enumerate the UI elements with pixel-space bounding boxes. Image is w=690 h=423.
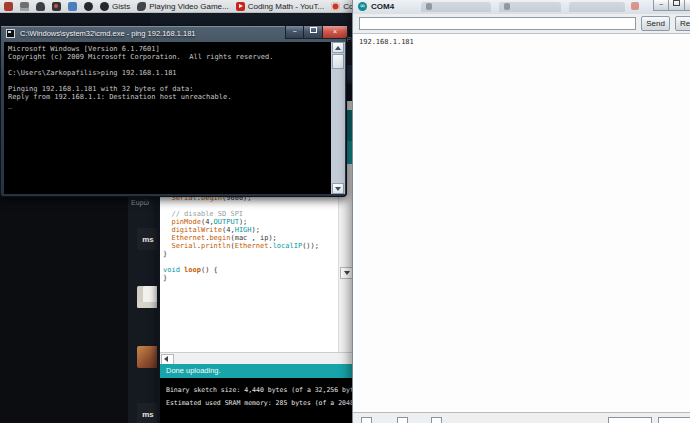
cmd-window: C:\Windows\system32\cmd.exe - ping 192.1… xyxy=(0,25,347,197)
ghost-favicon xyxy=(631,2,639,10)
baud-rate-select[interactable] xyxy=(658,417,690,423)
maximize-icon xyxy=(310,27,317,33)
code-line: } xyxy=(163,274,319,282)
terminal-line xyxy=(8,77,274,85)
code-line xyxy=(163,258,319,266)
printer-icon xyxy=(20,2,29,11)
bookmark-item[interactable] xyxy=(84,2,93,11)
rocket-icon xyxy=(137,2,146,11)
console-line: Estimated used SRAM memory: 285 bytes (o… xyxy=(166,397,357,410)
serial-output-text: 192.168.1.181 xyxy=(359,38,414,46)
photo-thumbnail[interactable] xyxy=(137,346,159,368)
code-line: Ethernet.begin(mac , ip); xyxy=(163,234,319,242)
bookmark-item[interactable] xyxy=(4,2,13,11)
scrollbar-thumb[interactable] xyxy=(332,54,344,69)
console-line: Binary sketch size: 4,440 bytes (of a 32… xyxy=(166,384,357,397)
terminal-line: Copyright (c) 2009 Microsoft Corporation… xyxy=(8,53,274,61)
scroll-down-arrow-icon[interactable] xyxy=(332,183,344,194)
bookmark-item[interactable]: Playing Video Game... xyxy=(137,2,228,11)
bookmark-item[interactable] xyxy=(20,2,29,11)
bookmark-label: Playing Video Game... xyxy=(149,2,228,11)
code-line: pinMode(4,OUTPUT); xyxy=(163,218,319,226)
github-icon xyxy=(100,2,109,11)
autoscroll-checkbox[interactable] xyxy=(361,417,372,423)
send-button[interactable]: Send xyxy=(641,16,670,31)
maximize-icon xyxy=(673,0,680,6)
serial-monitor-titlebar[interactable]: ∞ COM4 − xyxy=(353,0,690,15)
serial-monitor-bottombar xyxy=(353,412,690,423)
close-button[interactable]: × xyxy=(323,26,348,39)
terminal-line: C:\Users\Zarkopafilis>ping 192.168.1.181 xyxy=(8,69,274,77)
app-icon xyxy=(4,2,13,11)
maximize-button[interactable] xyxy=(304,26,323,39)
serial-output-area[interactable]: 192.168.1.181 xyxy=(353,33,690,413)
ghost-padlock-icon xyxy=(426,3,432,10)
badge-icon xyxy=(331,2,340,11)
code-line: void loop() { xyxy=(163,266,319,274)
cmd-titlebar[interactable]: C:\Windows\system32\cmd.exe - ping 192.1… xyxy=(1,26,346,42)
reset-button[interactable]: Reset xyxy=(675,16,690,31)
code-line: digitalWrite(4,HIGH); xyxy=(163,226,319,234)
arduino-icon: ∞ xyxy=(358,2,367,11)
desktop: GistsPlaying Video Game...Coding Math - … xyxy=(0,0,690,423)
timestamp-checkbox[interactable] xyxy=(397,417,408,423)
msn-logo: ms xyxy=(142,235,154,244)
line-ending-select[interactable] xyxy=(608,417,652,423)
minimize-button[interactable]: − xyxy=(653,0,669,11)
code-line: // disable SD SPI xyxy=(163,210,319,218)
code-line xyxy=(163,202,319,210)
code-line: Serial.println(Ethernet.localIP()); xyxy=(163,242,319,250)
serial-monitor-title: COM4 xyxy=(371,2,394,11)
bookmark-item[interactable]: Coding Math - YouT... xyxy=(236,2,325,11)
upload-status-bar: Done uploading. xyxy=(160,364,357,378)
ghost-tab xyxy=(569,2,625,12)
minimize-button[interactable]: − xyxy=(285,26,304,39)
serial-monitor-window: ∞ COM4 − Send Reset 192.168.1.181 xyxy=(352,0,690,423)
bookmark-item[interactable]: Gists xyxy=(100,2,130,11)
serial-input[interactable] xyxy=(359,17,636,30)
bookmark-item[interactable] xyxy=(52,2,61,11)
msn-logo: ms xyxy=(142,410,154,419)
bookmark-label: Coding Math - YouT... xyxy=(248,2,325,11)
bookmark-item[interactable] xyxy=(68,2,77,11)
ghost-padlock-icon xyxy=(504,3,510,10)
option-checkbox[interactable] xyxy=(431,417,442,423)
album-icon xyxy=(68,2,77,11)
camera-icon xyxy=(52,2,61,11)
sketch-thumbnail[interactable] xyxy=(137,286,159,308)
maximize-button[interactable] xyxy=(669,0,685,11)
cmd-terminal[interactable]: Microsoft Windows [Version 6.1.7601]Copy… xyxy=(4,42,331,194)
msn-thumbnail[interactable]: ms xyxy=(137,228,159,250)
serial-input-row: Send Reset xyxy=(353,14,690,33)
arduino-sketch-code: Serial.begin(9600); // disable SD SPI pi… xyxy=(163,194,319,282)
cmd-icon xyxy=(6,29,15,38)
bookmark-label: Gists xyxy=(112,2,130,11)
person-icon xyxy=(36,2,45,11)
scroll-up-arrow-icon[interactable] xyxy=(332,42,344,53)
msn-thumbnail[interactable]: ms xyxy=(137,403,159,423)
terminal-output: Microsoft Windows [Version 6.1.7601]Copy… xyxy=(8,45,274,109)
github-icon xyxy=(84,2,93,11)
terminal-line: _ xyxy=(8,101,274,109)
cmd-scrollbar[interactable] xyxy=(331,42,345,194)
terminal-line: Reply from 192.168.1.1: Destination host… xyxy=(8,93,274,101)
terminal-line: Microsoft Windows [Version 6.1.7601] xyxy=(8,45,274,53)
code-line: } xyxy=(163,250,319,258)
terminal-line xyxy=(8,61,274,69)
youtube-icon xyxy=(236,2,245,11)
cmd-window-title: C:\Windows\system32\cmd.exe - ping 192.1… xyxy=(20,29,196,38)
close-button[interactable] xyxy=(685,0,690,11)
bookmark-item[interactable] xyxy=(36,2,45,11)
webpage-sidebar-heading: Ευρώ xyxy=(131,199,149,206)
ide-console: Binary sketch size: 4,440 bytes (of a 32… xyxy=(160,378,357,423)
terminal-line: Pinging 192.168.1.181 with 32 bytes of d… xyxy=(8,85,274,93)
